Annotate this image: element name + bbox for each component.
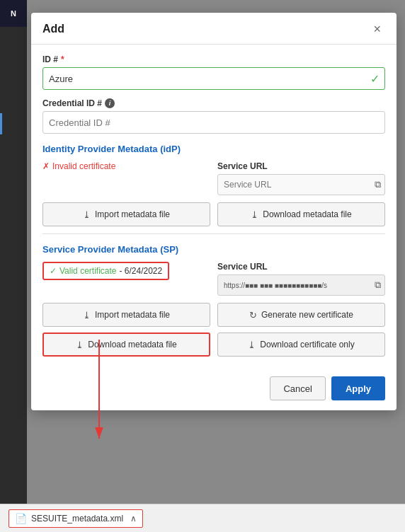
import-icon: ⤓ xyxy=(83,209,91,220)
id-field-group: ID # * ✓ xyxy=(42,54,385,90)
modal-footer: Cancel Apply xyxy=(31,371,397,410)
sp-right-col: Service URL ⧉ xyxy=(217,262,385,296)
sp-button-row-1: ⤓ Import metadata file ↻ Generate new ce… xyxy=(42,303,385,327)
sp-import-icon: ⤓ xyxy=(83,310,91,320)
idp-download-btn[interactable]: ⤓ Download metadata file xyxy=(217,202,385,226)
sp-import-btn[interactable]: ⤓ Import metadata file xyxy=(42,303,210,327)
sp-valid-cert-box: ✓ Valid certificate - 6/24/2022 xyxy=(42,262,169,280)
idp-left-col: ✗ Invalid certificate xyxy=(42,161,210,195)
sp-left-col: ✓ Valid certificate - 6/24/2022 xyxy=(42,262,210,296)
required-indicator: * xyxy=(61,54,64,64)
sp-download-metadata-btn[interactable]: ⤓ Download metadata file xyxy=(42,332,210,357)
idp-right-col: Service URL ⧉ xyxy=(217,161,385,195)
sp-two-col: ✓ Valid certificate - 6/24/2022 Service … xyxy=(42,262,385,296)
sp-service-url-input[interactable] xyxy=(217,274,385,296)
download-icon: ⤓ xyxy=(251,209,258,220)
close-button[interactable]: × xyxy=(369,21,385,37)
idp-import-btn[interactable]: ⤓ Import metadata file xyxy=(42,202,210,226)
sp-service-url-wrapper: ⧉ xyxy=(217,274,385,296)
sidebar: N xyxy=(0,0,27,532)
sp-download-cert-btn[interactable]: ⤓ Download certificate only xyxy=(217,332,385,357)
download-file-box: 📄 SESUITE_metadata.xml ∧ xyxy=(8,509,143,528)
sp-button-row-2: ⤓ Download metadata file ⤓ Download cert… xyxy=(42,332,385,357)
sp-generate-icon: ↻ xyxy=(249,310,257,320)
sp-valid-icon: ✓ xyxy=(50,266,57,276)
sidebar-active-indicator xyxy=(0,113,2,134)
credential-id-field-group: Credential ID # i xyxy=(42,98,385,134)
credential-id-input[interactable] xyxy=(42,111,385,134)
idp-service-url-label: Service URL xyxy=(217,161,385,171)
credential-info-icon[interactable]: i xyxy=(105,98,115,108)
credential-id-input-wrapper xyxy=(42,111,385,134)
idp-two-col: ✗ Invalid certificate Service URL ⧉ xyxy=(42,161,385,195)
sp-service-url-label: Service URL xyxy=(217,262,385,272)
sp-download-metadata-icon: ⤓ xyxy=(76,340,84,350)
idp-service-url-input[interactable] xyxy=(217,174,385,195)
cancel-button[interactable]: Cancel xyxy=(270,376,325,400)
idp-cert-status: ✗ Invalid certificate xyxy=(42,161,210,171)
modal-body: ID # * ✓ Credential ID # i Identity Prov… xyxy=(31,45,397,371)
sidebar-logo: N xyxy=(0,0,27,27)
credential-id-label: Credential ID # i xyxy=(42,98,385,108)
apply-button[interactable]: Apply xyxy=(331,376,385,400)
sp-download-cert-icon: ⤓ xyxy=(248,340,256,350)
id-input-wrapper: ✓ xyxy=(42,67,385,90)
section-divider xyxy=(42,233,385,234)
download-chevron-up[interactable]: ∧ xyxy=(130,514,137,524)
idp-button-row: ⤓ Import metadata file ⤓ Download metada… xyxy=(42,202,385,226)
modal-add: Add × ID # * ✓ Credential ID # i xyxy=(31,13,397,410)
file-name: SESUITE_metadata.xml xyxy=(31,514,123,524)
sp-copy-icon[interactable]: ⧉ xyxy=(375,279,381,291)
file-icon: 📄 xyxy=(15,513,27,524)
id-input[interactable] xyxy=(42,67,385,90)
idp-invalid-icon: ✗ xyxy=(42,161,50,171)
idp-section-header: Identity Provider Metadata (idP) xyxy=(42,144,385,154)
download-bar: 📄 SESUITE_metadata.xml ∧ xyxy=(0,504,405,532)
idp-copy-icon[interactable]: ⧉ xyxy=(375,179,381,190)
id-label: ID # * xyxy=(42,54,385,64)
sp-generate-btn[interactable]: ↻ Generate new certificate xyxy=(217,303,385,327)
idp-service-url-wrapper: ⧉ xyxy=(217,174,385,195)
modal-title: Add xyxy=(42,23,64,35)
id-valid-icon: ✓ xyxy=(370,72,380,86)
sp-section-header: Service Provider Metadata (SP) xyxy=(42,244,385,255)
modal-header: Add × xyxy=(31,13,397,45)
